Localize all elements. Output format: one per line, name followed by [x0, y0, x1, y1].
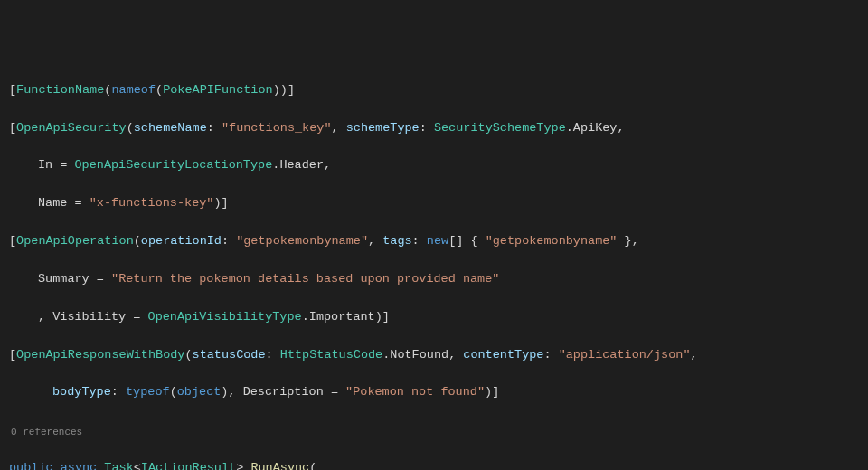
code-line: [OpenApiResponseWithBody(statusCode: Htt…: [9, 346, 859, 365]
code-line: , Visibility = OpenApiVisibilityType.Imp…: [9, 308, 859, 327]
code-line: Name = "x-functions-key")]: [9, 194, 859, 213]
code-line: [FunctionName(nameof(PokeAPIFunction))]: [9, 81, 859, 100]
code-block: [FunctionName(nameof(PokeAPIFunction))] …: [9, 81, 859, 470]
code-line: [OpenApiOperation(operationId: "getpokem…: [9, 232, 859, 251]
code-line: In = OpenApiSecurityLocationType.Header,: [9, 156, 859, 175]
code-line: [OpenApiSecurity(schemeName: "functions_…: [9, 119, 859, 138]
codelens-references[interactable]: 0 references: [9, 425, 859, 440]
code-line: public async Task<IActionResult> RunAsyn…: [9, 459, 859, 470]
code-line: Summary = "Return the pokemon details ba…: [9, 270, 859, 289]
code-line: bodyType: typeof(object), Description = …: [9, 383, 859, 402]
